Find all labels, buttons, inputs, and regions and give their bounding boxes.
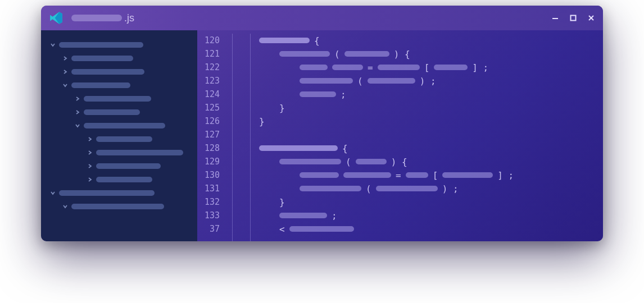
code-token: = [396, 170, 401, 181]
minimize-button[interactable] [551, 14, 559, 22]
chevron-right-icon[interactable] [74, 95, 81, 103]
line-number: 125 [197, 101, 220, 114]
code-token-placeholder [378, 65, 420, 70]
code-line[interactable]: } [239, 114, 603, 128]
code-token-placeholder [344, 51, 389, 57]
line-number: 123 [197, 74, 220, 88]
file-explorer-sidebar[interactable] [41, 30, 197, 241]
line-number: 132 [197, 195, 220, 209]
code-token-placeholder [259, 38, 310, 43]
code-token: } [279, 103, 285, 113]
indent-guide [250, 34, 251, 241]
line-number-gutter: 1201211221231241251261271281291301311321… [197, 34, 225, 241]
chevron-right-icon[interactable] [86, 149, 94, 157]
chevron-right-icon[interactable] [74, 108, 81, 116]
code-token: ) ; [442, 183, 459, 194]
code-token: [ [424, 62, 430, 73]
file-tree-item[interactable] [44, 186, 192, 200]
maximize-button[interactable] [569, 14, 577, 22]
file-title: .js [71, 12, 134, 24]
line-number: 124 [197, 88, 220, 101]
line-number: 37 [197, 222, 220, 236]
code-token: } [259, 116, 265, 127]
file-tree-item[interactable] [44, 119, 192, 132]
chevron-down-icon[interactable] [49, 41, 57, 49]
code-line[interactable]: } [239, 195, 603, 209]
chevron-down-icon[interactable] [74, 122, 81, 130]
code-token-placeholder [300, 186, 361, 191]
line-number: 133 [197, 209, 220, 222]
file-tree-label-placeholder [96, 163, 161, 169]
file-tree-item[interactable] [44, 79, 192, 92]
code-line[interactable]: { [239, 141, 603, 155]
editor-body: 1201211221231241251261271281291301311321… [41, 30, 603, 241]
svg-rect-1 [571, 16, 576, 21]
code-token: ( [366, 183, 371, 194]
code-token: { [342, 143, 348, 154]
file-tree-item[interactable] [44, 92, 192, 105]
code-token-placeholder [300, 91, 336, 97]
code-line[interactable]: } [239, 101, 603, 114]
code-editor[interactable]: 1201211221231241251261271281291301311321… [197, 30, 603, 241]
file-tree-label-placeholder [59, 190, 155, 196]
code-token: ( [334, 49, 340, 59]
chevron-right-icon[interactable] [86, 135, 94, 143]
file-tree-item[interactable] [44, 132, 192, 146]
code-line[interactable]: =[] ; [239, 61, 603, 74]
code-token: ) ; [420, 76, 436, 86]
code-token: = [368, 62, 373, 73]
file-tree-item[interactable] [44, 200, 192, 213]
code-line[interactable]: ; [239, 209, 603, 222]
code-area[interactable]: {() {=[] ;() ;;}}{() {=[] ;() ;};< [225, 34, 603, 241]
code-token: ] ; [472, 62, 488, 73]
code-line[interactable]: () ; [239, 182, 603, 195]
close-button[interactable] [587, 14, 595, 22]
code-token: } [279, 197, 285, 208]
line-number: 120 [197, 34, 220, 47]
code-line[interactable]: < [239, 222, 603, 236]
code-token-placeholder [368, 78, 415, 84]
code-line[interactable]: { [239, 34, 603, 47]
code-token-placeholder [343, 172, 391, 178]
code-line[interactable] [239, 128, 603, 141]
indent-guide [232, 34, 233, 241]
code-token-placeholder [279, 159, 341, 164]
code-line[interactable]: () { [239, 155, 603, 168]
file-tree-label-placeholder [96, 150, 183, 155]
file-tree-item[interactable] [44, 65, 192, 79]
file-tree-item[interactable] [44, 38, 192, 52]
chevron-down-icon[interactable] [61, 81, 69, 89]
chevron-right-icon[interactable] [61, 68, 69, 76]
file-tree-item[interactable] [44, 105, 192, 119]
file-tree-item[interactable] [44, 52, 192, 65]
code-token-placeholder [406, 172, 428, 178]
line-number: 131 [197, 182, 220, 195]
file-tree-label-placeholder [59, 42, 143, 48]
code-line[interactable]: ; [239, 88, 603, 101]
file-tree-label-placeholder [84, 109, 140, 115]
code-line[interactable]: =[] ; [239, 168, 603, 182]
file-tree-label-placeholder [71, 69, 144, 75]
filename-placeholder [71, 15, 122, 21]
file-tree-item[interactable] [44, 173, 192, 186]
file-tree-label-placeholder [71, 204, 164, 209]
code-line[interactable]: () ; [239, 74, 603, 88]
file-tree-item[interactable] [44, 159, 192, 173]
code-token-placeholder [332, 65, 363, 70]
file-tree-item[interactable] [44, 146, 192, 159]
chevron-down-icon[interactable] [49, 189, 57, 197]
window-controls [551, 14, 595, 22]
chevron-down-icon[interactable] [61, 203, 69, 210]
code-token: ) { [391, 157, 407, 167]
code-token-placeholder [442, 172, 493, 178]
chevron-right-icon[interactable] [86, 176, 94, 183]
line-number: 129 [197, 155, 220, 168]
chevron-right-icon[interactable] [86, 162, 94, 170]
chevron-right-icon[interactable] [61, 54, 69, 62]
file-tree-label-placeholder [96, 177, 152, 182]
code-token-placeholder [356, 159, 387, 164]
code-line[interactable]: () { [239, 47, 603, 61]
file-tree-label-placeholder [84, 123, 165, 128]
code-token: ] ; [497, 170, 514, 181]
code-token: ( [357, 76, 363, 86]
